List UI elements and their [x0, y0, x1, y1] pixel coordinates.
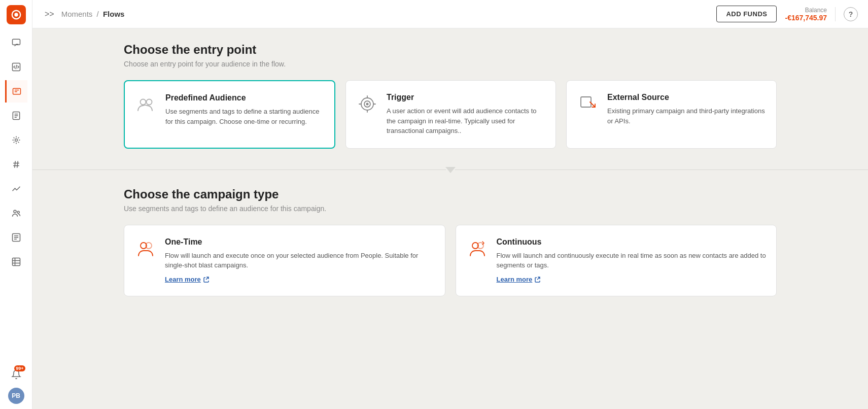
sidebar-item-forms[interactable] — [5, 226, 27, 249]
continuous-desc: Flow will launch and continuously execut… — [497, 251, 767, 270]
external-source-desc: Existing primary campaign and third-part… — [607, 106, 766, 126]
predefined-audience-title: Predefined Audience — [165, 93, 324, 103]
card-predefined-audience[interactable]: Predefined Audience Use segments and tag… — [124, 80, 335, 149]
main-area: >> Moments / Flows ADD FUNDS Balance -€1… — [32, 0, 868, 409]
external-source-title: External Source — [607, 93, 766, 102]
one-time-learn-more[interactable]: Learn more — [165, 276, 210, 283]
svg-point-8 — [17, 211, 19, 213]
campaign-type-cards: One-Time Flow will launch and execute on… — [124, 225, 777, 296]
svg-point-19 — [366, 103, 369, 106]
app-logo[interactable] — [7, 5, 26, 24]
balance-amount: -€167,745.97 — [785, 14, 827, 22]
sidebar-item-analytics[interactable] — [5, 178, 27, 200]
campaign-type-title: Choose the campaign type — [124, 187, 777, 201]
user-avatar[interactable]: PB — [8, 388, 24, 404]
trigger-desc: A user action or event will add audience… — [387, 106, 545, 136]
svg-point-11 — [141, 99, 146, 105]
card-external-source[interactable]: External Source Existing primary campaig… — [566, 80, 777, 149]
topbar-divider — [835, 7, 836, 21]
predefined-audience-icon — [135, 93, 157, 116]
continuous-icon — [466, 237, 489, 260]
breadcrumb-current: Flows — [103, 10, 125, 18]
topbar-right: ADD FUNDS Balance -€167,745.97 ? — [716, 6, 858, 22]
svg-point-7 — [14, 210, 16, 213]
one-time-icon — [134, 237, 157, 260]
trigger-content: Trigger A user action or event will add … — [387, 93, 545, 136]
campaign-type-section: Choose the campaign type Use segments an… — [32, 173, 868, 317]
external-link-icon — [203, 276, 210, 283]
campaign-type-subtitle: Use segments and tags to define an audie… — [124, 204, 777, 213]
card-one-time[interactable]: One-Time Flow will launch and execute on… — [124, 225, 445, 296]
one-time-content: One-Time Flow will launch and execute on… — [165, 237, 435, 284]
svg-rect-20 — [581, 97, 591, 107]
topbar: >> Moments / Flows ADD FUNDS Balance -€1… — [32, 0, 868, 28]
svg-rect-4 — [13, 88, 21, 94]
sidebar-item-pages[interactable] — [5, 105, 27, 127]
entry-point-subtitle: Choose an entry point for your audience … — [124, 60, 777, 68]
expand-sidebar-button[interactable]: >> — [43, 8, 56, 21]
add-funds-button[interactable]: ADD FUNDS — [716, 6, 777, 22]
svg-rect-10 — [12, 258, 20, 266]
sidebar-item-table[interactable] — [5, 251, 27, 273]
svg-point-12 — [147, 99, 152, 105]
external-link-icon-2 — [534, 276, 541, 283]
continuous-learn-more[interactable]: Learn more — [497, 276, 541, 283]
card-trigger[interactable]: Trigger A user action or event will add … — [345, 80, 556, 149]
balance-block: Balance -€167,745.97 — [785, 7, 827, 22]
sidebar-item-code[interactable] — [5, 56, 27, 78]
sidebar: 99+ PB — [0, 0, 32, 409]
external-source-icon — [577, 93, 599, 115]
breadcrumb-parent[interactable]: Moments — [61, 10, 93, 18]
sidebar-item-hashtag[interactable] — [5, 153, 27, 176]
predefined-audience-desc: Use segments and tags to define a starti… — [165, 107, 324, 126]
svg-point-6 — [15, 139, 17, 142]
section-divider — [32, 167, 868, 173]
card-continuous[interactable]: Continuous Flow will launch and continuo… — [456, 225, 777, 296]
entry-point-cards: Predefined Audience Use segments and tag… — [124, 80, 777, 149]
trigger-icon — [356, 93, 378, 115]
sidebar-item-notifications[interactable]: 99+ — [5, 363, 27, 386]
entry-point-title: Choose the entry point — [124, 43, 777, 57]
predefined-audience-content: Predefined Audience Use segments and tag… — [165, 93, 324, 126]
entry-point-section: Choose the entry point Choose an entry p… — [32, 28, 868, 165]
breadcrumb-separator: / — [97, 10, 99, 18]
continuous-title: Continuous — [497, 237, 767, 247]
help-button[interactable]: ? — [844, 7, 858, 21]
one-time-title: One-Time — [165, 237, 435, 247]
balance-label: Balance — [785, 7, 827, 14]
continuous-content: Continuous Flow will launch and continuo… — [497, 237, 767, 284]
one-time-desc: Flow will launch and execute once on you… — [165, 251, 435, 270]
content-area: Choose the entry point Choose an entry p… — [32, 28, 868, 409]
external-source-content: External Source Existing primary campaig… — [607, 93, 766, 126]
breadcrumb: Moments / Flows — [61, 10, 125, 18]
sidebar-item-chat[interactable] — [5, 31, 27, 54]
notification-count: 99+ — [14, 365, 25, 371]
trigger-title: Trigger — [387, 93, 545, 102]
sidebar-item-automations[interactable] — [5, 129, 27, 151]
svg-point-1 — [14, 13, 18, 16]
sidebar-item-audience[interactable] — [5, 202, 27, 224]
sidebar-item-campaigns[interactable] — [5, 80, 27, 103]
svg-rect-2 — [12, 39, 20, 45]
